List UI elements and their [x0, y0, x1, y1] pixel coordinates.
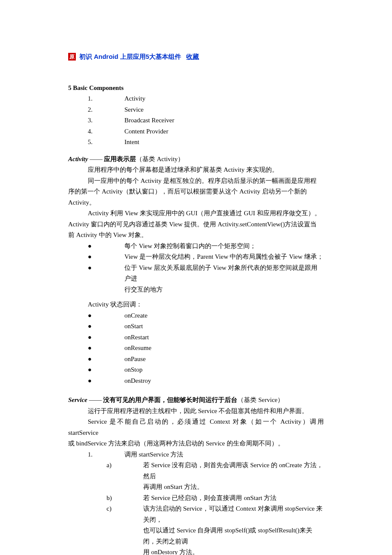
heading-em: Service	[68, 396, 87, 403]
list-text-continuation: 再调用 onStart 方法。	[68, 482, 324, 493]
sub-ordered-item: c)该方法启动的 Service，可以通过 Context 对象调用 stopS…	[68, 503, 324, 525]
paragraph: 同一应用中的每个 Activity 是相互独立的。程序启动后显示的第一幅画面是应…	[68, 176, 324, 187]
title-bold: Android	[94, 53, 118, 60]
list-text-continuation: 用 onDestory 方法。	[68, 547, 324, 555]
title-suffix: 上层应用5大基本组件	[118, 53, 182, 60]
list-item: ●onDestroy	[68, 376, 324, 387]
list-letter: c)	[107, 503, 143, 525]
article-title[interactable]: 初识 Android 上层应用5大基本组件	[79, 51, 181, 62]
list-text: Broadcast Receiver	[124, 117, 174, 124]
list-text: onStart	[124, 321, 324, 332]
spacer	[68, 295, 324, 299]
list-item: ●View 是一种层次化结构，Parent View 中的布局属性会被子 Vie…	[68, 251, 324, 263]
list-item: 2.Service	[68, 104, 324, 116]
title-prefix: 初识	[79, 53, 94, 60]
heading-bold: 没有可见的用户界面，但能够长时间运行于后台	[103, 396, 237, 403]
heading-em: Activity	[68, 156, 88, 162]
list-text: Service	[124, 106, 144, 113]
paragraph: Activity 窗口内的可见内容通过基类 View 提供。使用 Activit…	[68, 219, 324, 230]
list-text: 调用 startService 方法	[124, 451, 183, 458]
sub-ordered-item: b)若 Service 已经启动，则会直接调用 onStart 方法	[68, 493, 324, 504]
title-line: 原 初识 Android 上层应用5大基本组件 收藏	[68, 51, 324, 62]
list-letter: b)	[107, 493, 143, 504]
paragraph: 前 Activity 中的 View 对象。	[68, 230, 324, 241]
list-text: onPause	[124, 354, 324, 365]
bullet-icon: ●	[88, 364, 124, 376]
heading-tail: （基类 Activity）	[136, 156, 184, 162]
sub-ordered-item: a)若 Service 没有启动，则首先会调用该 Service 的 onCre…	[68, 460, 324, 482]
list-text: Intent	[124, 139, 139, 145]
list-item: ●onPause	[68, 354, 324, 365]
section-heading-components: 5 Basic Components	[68, 83, 324, 94]
list-number: 4.	[88, 126, 124, 137]
activity-heading: Activity —— 应用表示层（基类 Activity）	[68, 154, 324, 165]
list-number: 1.	[88, 93, 124, 104]
list-text: 若 Service 没有启动，则首先会调用该 Service 的 onCreat…	[143, 460, 324, 482]
list-item: 4.Content Provider	[68, 126, 324, 137]
list-text: 若 Service 已经启动，则会直接调用 onStart 方法	[143, 493, 324, 504]
list-item: ●每个 View 对象控制着窗口内的一个矩形空间；	[68, 241, 324, 252]
bullet-icon: ●	[88, 321, 124, 332]
paragraph: Service 是不能自己启动的，必须通过 Context 对象（如一个 Act…	[68, 416, 324, 438]
list-number: 3.	[88, 115, 124, 126]
heading-tail: （基类 Service）	[237, 396, 284, 403]
bullet-icon: ●	[88, 343, 124, 354]
paragraph: Activity 利用 View 来实现应用中的 GUI（用户直接通过 GUI …	[68, 208, 324, 219]
heading-dash: ——	[87, 396, 104, 403]
list-number: 2.	[88, 104, 124, 116]
collect-link[interactable]: 收藏	[186, 51, 199, 62]
service-heading: Service —— 没有可见的用户界面，但能够长时间运行于后台（基类 Serv…	[68, 395, 324, 406]
original-badge-icon: 原	[68, 53, 76, 61]
list-number: 1.	[88, 449, 124, 460]
list-item: ●位于 View 层次关系最底层的子 View 对象所代表的矩形空间就是跟用户进	[68, 263, 324, 284]
list-item: ●onCreate	[68, 310, 324, 321]
list-text-continuation: 也可以通过 Service 自身调用 stopSelf()或 stopSelfR…	[68, 525, 324, 547]
list-text: 每个 View 对象控制着窗口内的一个矩形空间；	[124, 241, 324, 252]
list-text: onDestroy	[124, 376, 324, 387]
list-item: ●onRestart	[68, 332, 324, 343]
document-page: 原 初识 Android 上层应用5大基本组件 收藏 5 Basic Compo…	[0, 0, 392, 555]
bullet-icon: ●	[88, 310, 124, 321]
paragraph: 序的第一个 Activity（默认窗口），而后可以根据需要从这个 Activit…	[68, 186, 324, 197]
list-text: onResume	[124, 343, 324, 354]
list-item: ●onStop	[68, 364, 324, 376]
list-text: onStop	[124, 364, 324, 376]
bullet-icon: ●	[88, 332, 124, 343]
components-list: 1.Activity 2.Service 3.Broadcast Receive…	[68, 93, 324, 148]
list-text: 位于 View 层次关系最底层的子 View 对象所代表的矩形空间就是跟用户进	[124, 263, 324, 284]
paragraph: 或 bindService 方法来启动（用这两种方法启动的 Service 的生…	[68, 438, 324, 449]
spacer	[68, 386, 324, 390]
bullet-icon: ●	[88, 263, 124, 284]
list-text: onCreate	[124, 310, 324, 321]
list-text: Content Provider	[124, 128, 168, 135]
heading-bold: 应用表示层	[104, 156, 136, 162]
bullet-icon: ●	[88, 354, 124, 365]
list-text: Activity	[124, 95, 145, 102]
bullet-icon: ●	[88, 241, 124, 252]
list-text: onRestart	[124, 332, 324, 343]
list-item: 5.Intent	[68, 137, 324, 148]
list-item: 1.Activity	[68, 93, 324, 104]
paragraph: 运行于应用程序进程的主线程中，因此 Service 不会阻塞其他组件和用户界面。	[68, 406, 324, 417]
paragraph: Activity。	[68, 197, 324, 208]
list-text: 该方法启动的 Service，可以通过 Context 对象调用 stopSer…	[143, 503, 324, 525]
list-item: ●onResume	[68, 343, 324, 354]
list-letter: a)	[107, 460, 143, 482]
view-bullet-list: ●每个 View 对象控制着窗口内的一个矩形空间； ●View 是一种层次化结构…	[68, 241, 324, 284]
heading-dash: ——	[88, 156, 104, 162]
list-item: ●onStart	[68, 321, 324, 332]
list-text: View 是一种层次化结构，Parent View 中的布局属性会被子 View…	[124, 251, 324, 263]
callbacks-list: ●onCreate ●onStart ●onRestart ●onResume …	[68, 310, 324, 387]
callbacks-title: Activity 状态回调：	[68, 299, 324, 310]
list-item: 3.Broadcast Receiver	[68, 115, 324, 126]
paragraph: 应用程序中的每个屏幕都是通过继承和扩展基类 Activity 来实现的。	[68, 165, 324, 176]
ordered-item: 1.调用 startService 方法	[68, 449, 324, 460]
list-text-continuation: 行交互的地方	[68, 284, 324, 295]
bullet-icon: ●	[88, 376, 124, 387]
bullet-icon: ●	[88, 251, 124, 263]
list-number: 5.	[88, 137, 124, 148]
